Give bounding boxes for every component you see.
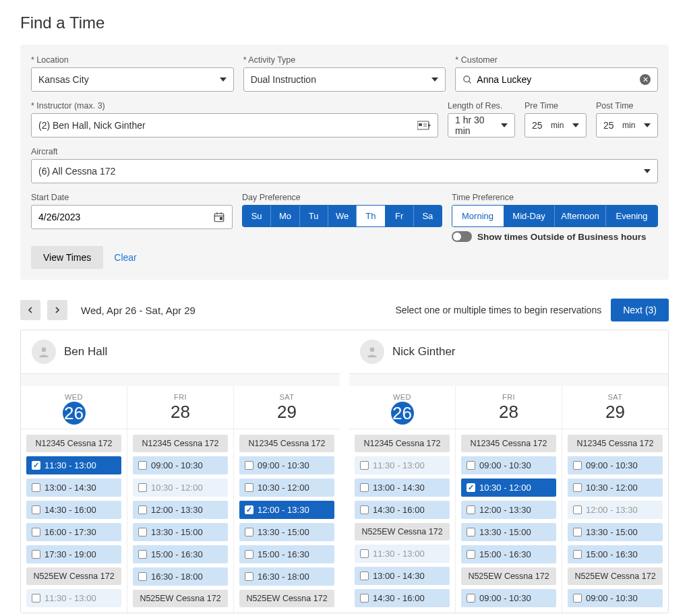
time-btn-mid-day[interactable]: Mid-Day xyxy=(504,206,555,226)
length-res-select[interactable]: 1 hr 30 min xyxy=(448,113,515,137)
time-slot[interactable]: ✓11:30 - 13:00 xyxy=(355,456,450,474)
checkbox: ✓ xyxy=(467,483,475,492)
instructor-header: Nick Ginther xyxy=(349,330,668,374)
checkbox: ✓ xyxy=(32,505,40,514)
activity-type-select[interactable]: Dual Instruction xyxy=(243,67,446,92)
day-btn-fr[interactable]: Fr xyxy=(385,206,413,226)
checkbox: ✓ xyxy=(467,528,475,536)
time-slot[interactable]: ✓13:30 - 15:00 xyxy=(239,523,334,541)
time-slot[interactable]: ✓14:30 - 16:00 xyxy=(355,501,450,519)
next-arrow-button[interactable] xyxy=(47,300,67,320)
time-slot[interactable]: ✓15:00 - 16:30 xyxy=(568,545,663,563)
instructor-select[interactable]: (2) Ben Hall, Nick Ginther xyxy=(31,113,438,137)
day-btn-su[interactable]: Su xyxy=(243,206,271,226)
time-slot[interactable]: ✓13:00 - 14:30 xyxy=(355,567,450,585)
next-button[interactable]: Next (3) xyxy=(611,299,669,321)
time-slot[interactable]: ✓09:00 - 10:30 xyxy=(461,456,556,474)
badge-icon xyxy=(417,121,431,130)
time-slot[interactable]: ✓13:30 - 15:00 xyxy=(568,523,663,541)
time-slot[interactable]: ✓12:00 - 13:30 xyxy=(461,501,556,519)
time-slot[interactable]: ✓13:00 - 14:30 xyxy=(355,479,450,497)
customer-input[interactable]: ✕ xyxy=(455,67,658,92)
location-select[interactable]: Kansas City xyxy=(31,67,234,92)
time-slot[interactable]: ✓10:30 - 12:00 xyxy=(568,479,663,497)
checkbox: ✓ xyxy=(360,483,369,492)
checkbox: ✓ xyxy=(360,505,369,514)
checkbox: ✓ xyxy=(245,572,253,581)
time-slot[interactable]: ✓12:00 - 13:30 xyxy=(568,501,663,519)
time-slot[interactable]: ✓16:30 - 18:00 xyxy=(239,567,334,586)
post-time-select[interactable]: 25 min xyxy=(596,113,658,137)
calendar-icon[interactable] xyxy=(213,211,225,223)
slot-time: 13:00 - 14:30 xyxy=(373,483,425,493)
time-slot[interactable]: ✓13:30 - 15:00 xyxy=(461,523,556,541)
time-slot[interactable]: ✓09:00 - 10:30 xyxy=(239,456,334,474)
svg-line-1 xyxy=(469,81,471,83)
svg-point-11 xyxy=(42,347,47,352)
time-slot[interactable]: ✓09:00 - 10:30 xyxy=(568,589,663,607)
time-btn-afternoon[interactable]: Afternoon xyxy=(555,206,606,226)
checkbox: ✓ xyxy=(360,461,369,470)
time-slot[interactable]: ✓16:30 - 18:00 xyxy=(133,567,228,586)
slot-time: 09:00 - 10:30 xyxy=(258,460,309,470)
time-btn-evening[interactable]: Evening xyxy=(606,206,657,226)
slot-time: 09:00 - 10:30 xyxy=(479,593,531,603)
aircraft-select[interactable]: (6) All Cessna 172 xyxy=(31,159,658,183)
pre-time-select[interactable]: 25 min xyxy=(525,113,587,137)
time-slot[interactable]: ✓15:00 - 16:30 xyxy=(461,545,556,563)
time-slot[interactable]: ✓15:00 - 16:30 xyxy=(133,545,228,563)
slot-time: 14:30 - 16:00 xyxy=(44,505,96,515)
time-btn-morning[interactable]: Morning xyxy=(452,206,504,226)
time-slot[interactable]: ✓14:30 - 16:00 xyxy=(355,589,450,607)
day-number: 28 xyxy=(127,402,233,423)
chevron-down-icon xyxy=(572,123,579,127)
slot-time: 12:00 - 13:30 xyxy=(479,505,531,515)
outside-hours-label: Show times Outside of Business hours xyxy=(477,232,647,242)
time-slot[interactable]: ✓12:00 - 13:30 xyxy=(133,501,228,519)
time-slot[interactable]: ✓14:30 - 16:00 xyxy=(26,501,121,519)
clear-icon[interactable]: ✕ xyxy=(640,74,651,85)
svg-rect-10 xyxy=(220,218,222,220)
slot-time: 09:00 - 10:30 xyxy=(479,460,531,470)
aircraft-header: N12345 Cessna 172 xyxy=(355,435,450,452)
results-grid: Ben HallWED26FRI28SAT29N12345 Cessna 172… xyxy=(20,330,669,613)
time-slot[interactable]: ✓12:00 - 13:30 xyxy=(239,501,334,519)
time-slot[interactable]: ✓09:00 - 10:30 xyxy=(461,589,556,607)
time-slot[interactable]: ✓10:30 - 12:00 xyxy=(239,479,334,497)
day-btn-th[interactable]: Th xyxy=(357,206,385,226)
aircraft-header: N12345 Cessna 172 xyxy=(26,435,121,452)
time-slot[interactable]: ✓11:30 - 13:00 xyxy=(26,589,121,607)
time-slot[interactable]: ✓16:00 - 17:30 xyxy=(26,523,121,541)
customer-field[interactable] xyxy=(477,74,640,85)
start-date-input[interactable] xyxy=(31,205,233,229)
instructor-name: Nick Ginther xyxy=(392,345,456,359)
page-title: Find a Time xyxy=(20,13,669,32)
checkbox: ✓ xyxy=(573,483,582,492)
day-btn-mo[interactable]: Mo xyxy=(271,206,299,226)
outside-hours-toggle[interactable] xyxy=(452,231,472,242)
day-number: 29 xyxy=(234,402,340,423)
time-slot[interactable]: ✓13:30 - 15:00 xyxy=(133,523,228,541)
prev-arrow-button[interactable] xyxy=(20,300,40,320)
slot-time: 11:30 - 13:00 xyxy=(373,460,425,470)
slot-column: N12345 Cessna 172✓09:00 - 10:30✓10:30 - … xyxy=(562,429,668,613)
time-slot[interactable]: ✓09:00 - 10:30 xyxy=(568,456,663,474)
time-slot[interactable]: ✓10:30 - 12:00 xyxy=(133,479,228,497)
time-slot[interactable]: ✓17:30 - 19:00 xyxy=(26,545,121,563)
day-btn-sa[interactable]: Sa xyxy=(414,206,442,226)
time-slot[interactable]: ✓10:30 - 12:00 xyxy=(461,479,556,497)
time-slot[interactable]: ✓11:30 - 13:00 xyxy=(355,545,450,563)
time-slot[interactable]: ✓09:00 - 10:30 xyxy=(133,456,228,474)
slot-time: 13:00 - 14:30 xyxy=(373,571,425,581)
clear-button[interactable]: Clear xyxy=(114,252,136,263)
chevron-right-icon xyxy=(54,307,61,313)
chevron-left-icon xyxy=(27,307,34,313)
day-btn-tu[interactable]: Tu xyxy=(300,206,328,226)
view-times-button[interactable]: View Times xyxy=(31,246,103,269)
time-slot[interactable]: ✓11:30 - 13:00 xyxy=(26,456,121,474)
checkbox: ✓ xyxy=(138,550,147,559)
start-date-field[interactable] xyxy=(38,212,213,222)
time-slot[interactable]: ✓13:00 - 14:30 xyxy=(26,479,121,497)
day-btn-we[interactable]: We xyxy=(328,206,357,226)
time-slot[interactable]: ✓15:00 - 16:30 xyxy=(239,545,334,563)
